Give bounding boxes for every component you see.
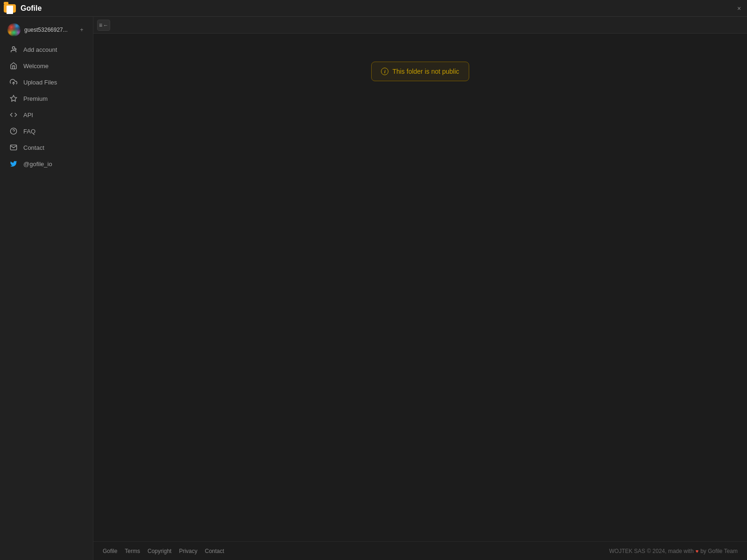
info-icon: i: [381, 68, 388, 75]
twitter-icon: [9, 160, 18, 168]
code-icon: [9, 111, 18, 119]
close-button[interactable]: ×: [735, 4, 743, 13]
main-content: i This folder is not public: [93, 34, 747, 541]
sidebar-item-upload-files[interactable]: Upload Files: [2, 74, 91, 90]
nav-section: Add account Welcome: [0, 41, 93, 172]
footer-copyright: WOJTEK SAS © 2024, made with ♥ by Gofile…: [609, 548, 738, 554]
not-public-badge: i This folder is not public: [371, 62, 469, 81]
sidebar-item-api[interactable]: API: [2, 107, 91, 123]
svg-marker-4: [10, 95, 16, 101]
sidebar-item-twitter[interactable]: @gofile_io: [2, 156, 91, 172]
footer: Gofile Terms Copyright Privacy Contact W…: [93, 541, 747, 560]
sidebar-label-contact: Contact: [23, 144, 44, 151]
person-add-icon: [9, 45, 18, 54]
content-area: ≡ ← i This folder is not public Gofile T…: [93, 17, 747, 560]
star-icon: [9, 94, 18, 103]
footer-link-gofile[interactable]: Gofile: [103, 548, 117, 554]
footer-link-contact[interactable]: Contact: [205, 548, 224, 554]
footer-link-copyright[interactable]: Copyright: [148, 548, 171, 554]
footer-link-privacy[interactable]: Privacy: [179, 548, 197, 554]
app-title: Gofile: [21, 4, 42, 13]
sidebar-label-welcome: Welcome: [23, 63, 49, 70]
sidebar-item-premium[interactable]: Premium: [2, 91, 91, 106]
back-arrow-icon: ←: [103, 22, 108, 28]
mail-icon: [9, 143, 18, 152]
sidebar-label-upload-files: Upload Files: [23, 79, 57, 86]
question-icon: [9, 127, 18, 135]
menu-icon: ≡: [99, 22, 102, 28]
sidebar-label-twitter: @gofile_io: [23, 161, 52, 168]
upload-icon: [9, 78, 18, 86]
sidebar-label-api: API: [23, 112, 33, 119]
toolbar: ≡ ←: [93, 17, 747, 34]
main-layout: guest53266927... + Add account: [0, 17, 747, 560]
top-bar: Gofile ×: [0, 0, 747, 17]
sidebar-label-add-account: Add account: [23, 46, 57, 53]
not-public-message: This folder is not public: [392, 68, 459, 75]
home-icon: [9, 62, 18, 70]
sidebar-item-contact[interactable]: Contact: [2, 140, 91, 155]
user-name: guest53266927...: [24, 27, 74, 33]
logo-icon: [4, 2, 17, 15]
footer-link-terms[interactable]: Terms: [125, 548, 140, 554]
svg-point-0: [12, 47, 14, 49]
avatar: [7, 23, 21, 36]
heart-icon: ♥: [696, 548, 699, 554]
sidebar-label-faq: FAQ: [23, 128, 35, 135]
toggle-sidebar-button[interactable]: ≡ ←: [97, 20, 110, 31]
sidebar-label-premium: Premium: [23, 95, 48, 102]
sidebar-item-add-account[interactable]: Add account: [2, 42, 91, 57]
user-chevron-icon: +: [78, 27, 85, 33]
sidebar: guest53266927... + Add account: [0, 17, 93, 560]
user-account-row[interactable]: guest53266927... +: [2, 21, 91, 39]
sidebar-item-welcome[interactable]: Welcome: [2, 58, 91, 74]
footer-links: Gofile Terms Copyright Privacy Contact: [103, 548, 224, 554]
logo: Gofile: [4, 2, 97, 15]
sidebar-item-faq[interactable]: FAQ: [2, 123, 91, 139]
